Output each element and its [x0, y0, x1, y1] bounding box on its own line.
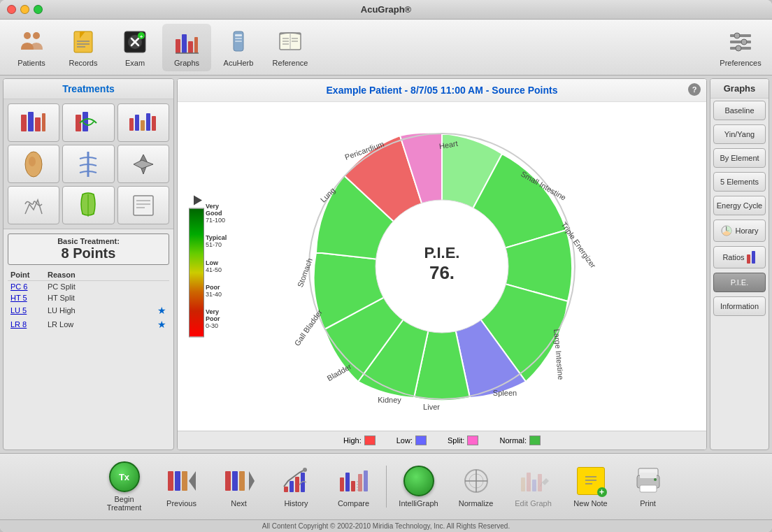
- by-element-label: By Element: [720, 154, 759, 162]
- treatment-icon-6[interactable]: [117, 145, 169, 183]
- svg-rect-33: [28, 112, 34, 131]
- treatment-icon-9[interactable]: [117, 186, 169, 224]
- svg-rect-79: [232, 471, 238, 491]
- toolbar-item-exam[interactable]: + Exam: [110, 24, 159, 71]
- normalize-icon: [461, 466, 492, 496]
- svg-rect-38: [129, 118, 134, 131]
- edit-graph-button[interactable]: Edit Graph: [506, 461, 562, 513]
- title-bar: AcuGraph®: [0, 0, 772, 20]
- col-header-reason: Reason: [48, 271, 166, 279]
- point-name-lr8[interactable]: LR 8: [10, 320, 42, 329]
- btn-horary[interactable]: Horary: [713, 220, 766, 242]
- btn-energy-cycle[interactable]: Energy Cycle: [713, 196, 766, 215]
- svg-rect-75: [175, 471, 180, 491]
- treatment-icon-1[interactable]: [8, 103, 59, 142]
- toolbar-item-reference[interactable]: Reference: [266, 24, 315, 71]
- btn-ratios[interactable]: Ratios: [713, 246, 766, 268]
- close-button[interactable]: [7, 5, 16, 14]
- begin-treatment-label: Begin Treatment: [96, 495, 152, 512]
- ratios-chart-icon: [747, 251, 757, 264]
- point-reason-lr8: LR Low: [48, 320, 152, 329]
- svg-rect-13: [194, 37, 198, 53]
- treatment-icon-2[interactable]: [62, 103, 114, 142]
- legend-split-label: Split:: [448, 436, 464, 445]
- minimize-button[interactable]: [20, 5, 29, 14]
- svg-marker-81: [249, 471, 255, 491]
- svg-rect-76: [182, 471, 187, 491]
- previous-button[interactable]: Previous: [154, 461, 210, 513]
- treatment-icon-3[interactable]: [117, 103, 169, 142]
- svg-text:Stomach: Stomach: [296, 257, 314, 289]
- point-name-pc6[interactable]: PC 6: [10, 282, 42, 291]
- graph-legend: High: Low: Split: Normal:: [178, 431, 706, 450]
- svg-point-86: [303, 468, 307, 472]
- svg-rect-42: [152, 116, 156, 131]
- svg-point-0: [24, 32, 31, 39]
- point-name-ht5[interactable]: HT 5: [10, 294, 42, 302]
- pie-center-label: P.I.E.: [424, 244, 460, 261]
- note-svg: [581, 471, 601, 491]
- svg-point-30: [741, 39, 747, 45]
- maximize-button[interactable]: [34, 5, 43, 14]
- btn-5-elements[interactable]: 5 Elements: [713, 172, 766, 192]
- pie-svg: P.I.E. 76. Heart Small Intestine Triple …: [274, 113, 610, 420]
- reference-label: Reference: [273, 59, 308, 67]
- point-row-ht5: HT 5 HT Split: [8, 292, 169, 303]
- print-button[interactable]: Print: [620, 461, 676, 513]
- col-header-point: Point: [10, 271, 42, 279]
- graphs-icon: [173, 28, 201, 56]
- toolbar-item-patients[interactable]: Patients: [7, 24, 56, 71]
- svg-point-44: [29, 157, 36, 166]
- normalize-button[interactable]: Normalize: [448, 461, 504, 513]
- treatment-icon-8[interactable]: [62, 186, 114, 224]
- patients-icon: [17, 28, 45, 56]
- help-button[interactable]: ?: [688, 83, 701, 96]
- begin-treatment-button[interactable]: Tx Begin Treatment: [96, 461, 152, 513]
- compare-button[interactable]: Compare: [326, 461, 382, 513]
- btn-by-element[interactable]: By Element: [713, 148, 766, 168]
- records-label: Records: [69, 59, 98, 67]
- intelli-graph-button[interactable]: IntelliGraph: [391, 461, 447, 513]
- right-panel: Graphs Baseline Yin/Yang By Element 5 El…: [710, 78, 769, 450]
- basic-treatment-value: 8 Points: [11, 245, 166, 261]
- btn-information[interactable]: Information: [713, 296, 766, 316]
- next-icon: [224, 466, 255, 496]
- btn-yin-yang[interactable]: Yin/Yang: [713, 124, 766, 144]
- graph-area: VeryGood71-100 Typical51-70 Low41-50 Poo…: [178, 102, 706, 431]
- main-content: Treatments: [0, 76, 772, 453]
- svg-text:Spleen: Spleen: [493, 389, 517, 397]
- svg-rect-41: [146, 113, 150, 131]
- toolbar-item-preferences[interactable]: Preferences: [716, 24, 765, 71]
- point-name-lu5[interactable]: LU 5: [10, 306, 42, 315]
- treatment-icon-4[interactable]: [8, 145, 59, 183]
- toolbar-separator-1: [386, 466, 387, 508]
- svg-rect-18: [235, 41, 242, 42]
- exam-icon: +: [121, 28, 149, 56]
- main-window: AcuGraph® Patients: [0, 0, 772, 532]
- svg-rect-73: [752, 251, 755, 264]
- toolbar-item-acuherb[interactable]: AcuHerb: [214, 24, 263, 71]
- svg-rect-11: [182, 34, 187, 53]
- svg-rect-10: [176, 39, 180, 53]
- new-note-button[interactable]: + New Note: [563, 461, 619, 513]
- treatment-icon-7[interactable]: [8, 186, 59, 224]
- svg-rect-80: [239, 471, 245, 491]
- toolbar-item-records[interactable]: Records: [59, 24, 108, 71]
- btn-baseline[interactable]: Baseline: [713, 101, 766, 120]
- svg-rect-40: [141, 120, 145, 131]
- point-star-lu5: ★: [157, 305, 166, 316]
- treatment-icon-5[interactable]: [62, 145, 114, 183]
- next-button[interactable]: Next: [211, 461, 267, 513]
- btn-pie[interactable]: P.I.E.: [713, 273, 766, 292]
- svg-rect-17: [235, 38, 242, 39]
- treatments-title: Treatments: [3, 79, 173, 99]
- window-controls: [7, 5, 43, 14]
- svg-point-29: [734, 33, 740, 38]
- history-button[interactable]: History: [269, 461, 324, 513]
- svg-rect-108: [640, 485, 657, 492]
- graph-title: Example Patient - 8/7/05 11:00 AM - Sour…: [327, 85, 558, 96]
- normalize-label: Normalize: [459, 499, 494, 508]
- edit-icon: [518, 466, 549, 496]
- toolbar-item-graphs[interactable]: Graphs: [162, 24, 211, 71]
- svg-rect-89: [351, 481, 355, 491]
